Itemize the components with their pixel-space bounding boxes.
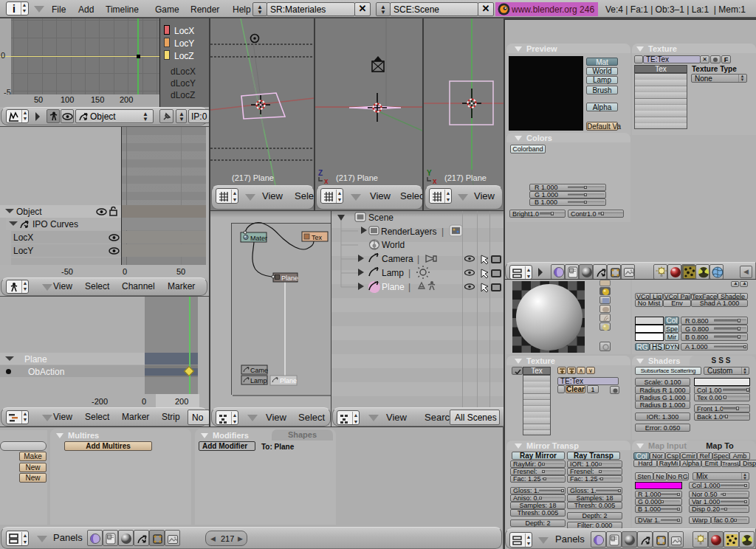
svg-text:Plane: Plane [280, 377, 297, 384]
svg-text:Lamp: Lamp [250, 377, 267, 384]
svg-text:|: | [408, 282, 410, 292]
svg-text:World: World [382, 240, 405, 250]
svg-text:Y: Y [427, 169, 432, 177]
svg-text:Camera: Camera [382, 254, 413, 264]
svg-text:Z: Z [318, 169, 323, 177]
svg-text:Plane: Plane [281, 274, 298, 282]
svg-text:RenderLayers: RenderLayers [381, 227, 436, 237]
svg-text:x: x [324, 177, 329, 185]
svg-text:|: | [441, 227, 444, 237]
svg-text:(217) Plane: (217) Plane [232, 173, 274, 182]
svg-text:(217) Plane: (217) Plane [336, 173, 378, 182]
svg-text:Lamp: Lamp [382, 268, 404, 278]
svg-text:(217) Plane: (217) Plane [444, 173, 487, 182]
svg-text:Plane: Plane [382, 282, 405, 292]
svg-text:x: x [433, 177, 437, 185]
svg-text:Came: Came [250, 367, 268, 374]
svg-text:Mater: Mater [250, 235, 267, 242]
svg-text:Tex: Tex [312, 234, 323, 241]
svg-text:|: | [417, 254, 419, 264]
svg-text:|: | [408, 268, 410, 278]
svg-text:Scene: Scene [368, 213, 394, 223]
